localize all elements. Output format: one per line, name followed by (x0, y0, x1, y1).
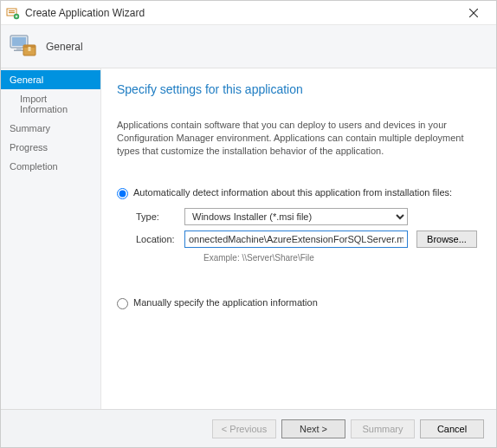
wizard-sidebar: General Import Information Summary Progr… (1, 68, 101, 409)
sidebar-step-completion[interactable]: Completion (1, 157, 100, 176)
sidebar-step-general[interactable]: General (1, 70, 100, 89)
svg-rect-1 (9, 10, 15, 11)
svg-rect-9 (12, 37, 26, 46)
cancel-button[interactable]: Cancel (420, 419, 484, 438)
radio-auto-label: Automatically detect information about t… (133, 187, 452, 198)
location-input[interactable] (184, 230, 408, 248)
previous-button: < Previous (212, 419, 276, 438)
radio-auto-detect[interactable] (117, 188, 128, 199)
option-auto-row: Automatically detect information about t… (117, 187, 481, 199)
location-example: Example: \\Server\Share\File (203, 253, 481, 263)
auto-detect-form: Type: Windows Installer (*.msi file) Loc… (136, 208, 481, 263)
type-label: Type: (136, 211, 184, 222)
location-row: Location: Browse... (136, 230, 481, 248)
page-description: Applications contain software that you c… (117, 119, 481, 158)
location-label: Location: (136, 234, 184, 244)
sidebar-step-progress[interactable]: Progress (1, 138, 100, 157)
svg-rect-2 (9, 12, 15, 13)
svg-rect-10 (16, 48, 22, 50)
content: General Import Information Summary Progr… (1, 68, 496, 409)
browse-button[interactable]: Browse... (416, 230, 477, 248)
window-title: Create Application Wizard (25, 7, 456, 19)
close-button[interactable] (456, 2, 491, 24)
footer: < Previous Next > Summary Cancel (1, 409, 496, 447)
wizard-icon (6, 6, 20, 20)
svg-rect-5 (16, 15, 17, 17)
main-panel: Specify settings for this application Ap… (101, 68, 496, 409)
sidebar-step-import-information[interactable]: Import Information (1, 89, 100, 119)
svg-rect-11 (14, 49, 24, 51)
radio-manual-label: Manually specify the application informa… (133, 297, 318, 308)
svg-rect-14 (29, 47, 31, 51)
computer-box-icon (8, 31, 39, 62)
banner-title: General (46, 41, 83, 53)
next-button[interactable]: Next > (281, 419, 345, 438)
page-heading: Specify settings for this application (117, 82, 481, 96)
radio-manual[interactable] (117, 298, 128, 309)
option-manual-row: Manually specify the application informa… (117, 297, 481, 309)
type-select[interactable]: Windows Installer (*.msi file) (184, 208, 408, 225)
title-bar: Create Application Wizard (1, 1, 496, 25)
summary-button: Summary (351, 419, 415, 438)
sidebar-step-summary[interactable]: Summary (1, 119, 100, 138)
type-row: Type: Windows Installer (*.msi file) (136, 208, 481, 225)
banner: General (1, 25, 496, 68)
